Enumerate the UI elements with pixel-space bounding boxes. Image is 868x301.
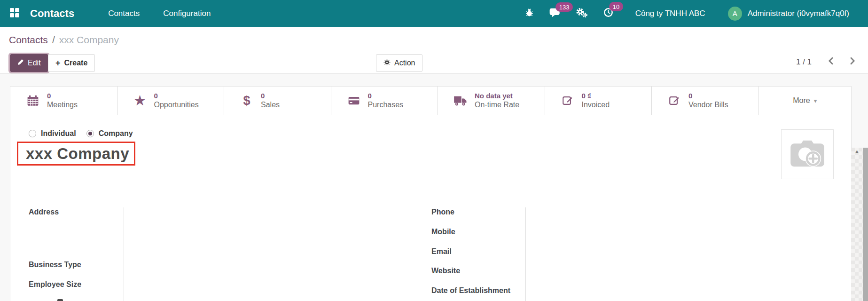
stat-vendor-bills-label: Vendor Bills xyxy=(688,100,728,110)
camera-plus-icon xyxy=(790,138,825,170)
pager-previous-button[interactable] xyxy=(828,57,834,67)
field-label-phone: Phone xyxy=(431,208,454,216)
user-avatar[interactable]: A xyxy=(728,7,742,21)
stat-vendor-bills-value: 0 xyxy=(688,91,728,101)
stat-opportunities-value: 0 xyxy=(154,91,199,101)
stat-purchases[interactable]: 0 Purchases xyxy=(331,87,438,115)
radio-individual-label: Individual xyxy=(41,129,76,138)
vertical-scrollbar-track[interactable]: ▲ xyxy=(851,148,863,301)
debug-bug-button[interactable] xyxy=(524,8,534,20)
stat-opportunities[interactable]: ★ 0 Opportunities xyxy=(117,87,225,115)
stat-invoiced[interactable]: 0 ₫ Invoiced xyxy=(545,87,652,115)
window-scrollbar-thumb[interactable] xyxy=(863,148,868,301)
stat-button-bar: 0 Meetings ★ 0 Opportunities $ 0 Sales xyxy=(10,87,851,115)
stat-vendor-bills[interactable]: 0 Vendor Bills xyxy=(652,87,759,115)
navbar-left: Contacts Contacts Configuration xyxy=(0,8,211,20)
breadcrumb-separator: / xyxy=(52,34,55,45)
left-column-separator xyxy=(124,207,124,301)
pencil-square-icon xyxy=(559,95,576,107)
stat-meetings[interactable]: 0 Meetings xyxy=(10,87,117,115)
chevron-left-icon xyxy=(828,57,834,67)
stat-on-time-rate[interactable]: No data yet On-time Rate xyxy=(438,87,545,115)
stat-sales[interactable]: $ 0 Sales xyxy=(224,87,331,115)
app-brand-title[interactable]: Contacts xyxy=(30,8,74,20)
stat-sales-value: 0 xyxy=(261,91,280,101)
menu-configuration[interactable]: Configuration xyxy=(163,9,211,18)
radio-company[interactable]: Company xyxy=(86,129,133,138)
stat-invoiced-value: 0 ₫ xyxy=(582,91,610,101)
pager-next-button[interactable] xyxy=(850,57,856,67)
stat-purchases-label: Purchases xyxy=(368,100,404,110)
breadcrumb: Contacts/xxx Company xyxy=(9,34,119,46)
radio-individual[interactable]: Individual xyxy=(29,129,76,138)
company-name-title: xxx Company xyxy=(18,145,129,163)
stat-sales-label: Sales xyxy=(261,100,280,110)
form-sheet: 0 Meetings ★ 0 Opportunities $ 0 Sales xyxy=(10,86,852,301)
truck-icon xyxy=(452,95,469,107)
cut-off-text-fragment xyxy=(57,299,63,301)
more-label: More xyxy=(793,96,810,105)
pager-value[interactable]: 1 / 1 xyxy=(796,57,812,67)
apps-grid-icon xyxy=(9,8,20,20)
apps-menu-button[interactable] xyxy=(9,8,20,20)
field-label-website: Website xyxy=(431,267,460,275)
top-navbar: Contacts Contacts Configuration 133 10 C… xyxy=(0,0,868,27)
navbar-right: 133 10 Công ty TNHH ABC A Administrator … xyxy=(509,7,868,21)
messages-button[interactable]: 133 xyxy=(549,8,561,20)
action-button[interactable]: Action xyxy=(376,54,422,72)
breadcrumb-current: xxx Company xyxy=(59,34,119,45)
radio-individual-circle[interactable] xyxy=(29,130,36,137)
settings-gears-button[interactable] xyxy=(576,7,588,20)
radio-selected-dot xyxy=(88,132,92,135)
right-column-separator xyxy=(525,207,526,301)
company-type-radios: Individual Company xyxy=(29,129,133,138)
field-label-mobile: Mobile xyxy=(431,228,455,236)
stat-on-time-rate-label: On-time Rate xyxy=(475,100,519,110)
stat-meetings-label: Meetings xyxy=(47,100,78,110)
create-button-label: Create xyxy=(64,59,88,67)
menu-contacts[interactable]: Contacts xyxy=(108,9,140,18)
plus-icon: + xyxy=(55,58,61,68)
field-label-date-of-establishment: Date of Establishment xyxy=(431,286,510,295)
gear-icon xyxy=(383,59,391,68)
user-menu[interactable]: Administrator (i0vymafk7q0f) xyxy=(748,9,849,18)
breadcrumb-contacts-link[interactable]: Contacts xyxy=(9,34,48,45)
stat-opportunities-label: Opportunities xyxy=(154,100,199,110)
messages-count-badge: 133 xyxy=(555,2,573,12)
chevron-right-icon xyxy=(850,57,856,67)
gears-icon xyxy=(576,7,588,20)
radio-company-circle[interactable] xyxy=(86,130,94,137)
create-button[interactable]: + Create xyxy=(48,54,95,72)
field-label-email: Email xyxy=(431,247,452,256)
credit-card-icon xyxy=(345,95,362,107)
stat-on-time-rate-value: No data yet xyxy=(475,91,519,101)
radio-company-label: Company xyxy=(99,129,133,138)
calendar-icon xyxy=(24,95,41,107)
content-area: 0 Meetings ★ 0 Opportunities $ 0 Sales xyxy=(0,74,868,301)
field-label-address: Address xyxy=(29,208,59,216)
stat-more-dropdown[interactable]: More ▾ xyxy=(759,87,852,115)
pencil-square-icon xyxy=(666,95,683,107)
star-icon: ★ xyxy=(132,95,149,107)
bug-icon xyxy=(524,8,534,20)
pager: 1 / 1 xyxy=(796,57,856,67)
edit-button[interactable]: Edit xyxy=(10,54,48,72)
field-label-business-type: Business Type xyxy=(29,261,81,269)
app-menus: Contacts Configuration xyxy=(108,9,211,18)
image-upload-placeholder[interactable] xyxy=(781,129,834,179)
company-switcher[interactable]: Công ty TNHH ABC xyxy=(635,9,705,18)
activities-count-badge: 10 xyxy=(609,2,623,11)
scrollbar-up-arrow-icon[interactable]: ▲ xyxy=(851,149,863,154)
pencil-icon xyxy=(17,59,24,67)
field-label-employee-size: Employee Size xyxy=(29,280,81,289)
control-panel: Contacts/xxx Company Edit + Create Actio… xyxy=(0,27,868,74)
stat-invoiced-label: Invoiced xyxy=(582,100,610,110)
stat-meetings-value: 0 xyxy=(47,91,78,101)
edit-button-label: Edit xyxy=(28,59,41,67)
action-button-label: Action xyxy=(394,59,415,67)
red-highlight-box: xxx Company xyxy=(17,142,135,166)
caret-down-icon: ▾ xyxy=(814,97,817,104)
dollar-icon: $ xyxy=(238,95,255,107)
stat-purchases-value: 0 xyxy=(368,91,404,101)
activities-button[interactable]: 10 xyxy=(603,7,614,20)
